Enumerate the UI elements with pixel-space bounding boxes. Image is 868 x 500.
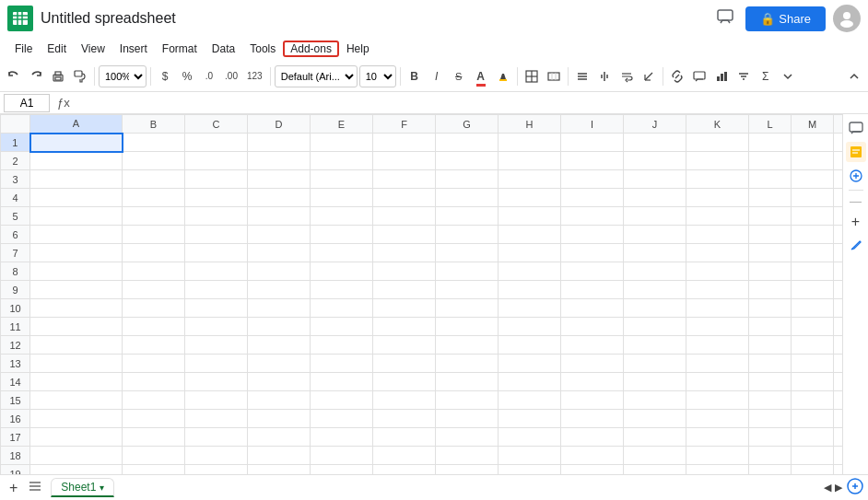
cell-M6[interactable] — [792, 226, 834, 244]
cell-D15[interactable] — [248, 391, 311, 410]
cell-D9[interactable] — [248, 281, 311, 299]
cell-C4[interactable] — [185, 189, 248, 207]
cell-G9[interactable] — [436, 281, 499, 299]
cell-L5[interactable] — [749, 207, 792, 226]
formula-input[interactable] — [77, 94, 864, 112]
cell-D13[interactable] — [248, 355, 311, 373]
cell-L1[interactable] — [749, 134, 792, 152]
cell-M2[interactable] — [792, 152, 834, 170]
col-header-K[interactable]: K — [686, 115, 749, 134]
cell-A1[interactable] — [30, 134, 123, 152]
cell-N7[interactable] — [834, 244, 843, 262]
cell-J10[interactable] — [624, 299, 686, 318]
cell-K14[interactable] — [686, 373, 749, 391]
cell-H18[interactable] — [499, 447, 561, 465]
cell-H5[interactable] — [499, 207, 561, 226]
sidebar-yellow-button[interactable] — [846, 142, 866, 162]
cell-B18[interactable] — [123, 447, 185, 465]
row-number-12[interactable]: 12 — [1, 336, 30, 355]
cell-E13[interactable] — [311, 355, 373, 373]
italic-button[interactable]: I — [427, 64, 447, 88]
col-header-J[interactable]: J — [624, 115, 686, 134]
cell-L18[interactable] — [749, 447, 792, 465]
cell-H8[interactable] — [499, 262, 561, 281]
cell-H16[interactable] — [499, 410, 561, 428]
menu-insert[interactable]: Insert — [112, 41, 155, 57]
cell-F2[interactable] — [373, 152, 436, 170]
col-header-D[interactable]: D — [248, 115, 311, 134]
cell-I18[interactable] — [561, 447, 624, 465]
cell-G11[interactable] — [436, 318, 499, 336]
cell-N6[interactable] — [834, 226, 843, 244]
cell-E2[interactable] — [311, 152, 373, 170]
cell-B13[interactable] — [123, 355, 185, 373]
cell-L7[interactable] — [749, 244, 792, 262]
row-number-7[interactable]: 7 — [1, 244, 30, 262]
cell-F19[interactable] — [373, 465, 436, 475]
cell-D14[interactable] — [248, 373, 311, 391]
cell-N10[interactable] — [834, 299, 843, 318]
row-number-15[interactable]: 15 — [1, 391, 30, 410]
cell-E18[interactable] — [311, 447, 373, 465]
col-header-H[interactable]: H — [499, 115, 561, 134]
cell-C13[interactable] — [185, 355, 248, 373]
cell-H13[interactable] — [499, 355, 561, 373]
cell-F6[interactable] — [373, 226, 436, 244]
row-number-18[interactable]: 18 — [1, 447, 30, 465]
cell-E15[interactable] — [311, 391, 373, 410]
cell-C15[interactable] — [185, 391, 248, 410]
cell-F13[interactable] — [373, 355, 436, 373]
cell-H17[interactable] — [499, 428, 561, 447]
cell-B4[interactable] — [123, 189, 185, 207]
cell-G14[interactable] — [436, 373, 499, 391]
cell-C5[interactable] — [185, 207, 248, 226]
cell-M16[interactable] — [792, 410, 834, 428]
cell-B12[interactable] — [123, 336, 185, 355]
strikethrough-button[interactable]: S — [449, 64, 469, 88]
cell-I1[interactable] — [561, 134, 624, 152]
cell-G6[interactable] — [436, 226, 499, 244]
share-button[interactable]: 🔒 Share — [745, 6, 826, 31]
cell-J2[interactable] — [624, 152, 686, 170]
menu-help[interactable]: Help — [339, 41, 377, 57]
cell-K6[interactable] — [686, 226, 749, 244]
col-header-B[interactable]: B — [123, 115, 185, 134]
cell-F12[interactable] — [373, 336, 436, 355]
decimal-increase-button[interactable]: .00 — [221, 64, 241, 88]
cell-C18[interactable] — [185, 447, 248, 465]
decimal-decrease-button[interactable]: .0 — [199, 64, 219, 88]
cell-F18[interactable] — [373, 447, 436, 465]
row-number-10[interactable]: 10 — [1, 299, 30, 318]
cell-C7[interactable] — [185, 244, 248, 262]
cell-B9[interactable] — [123, 281, 185, 299]
cell-N8[interactable] — [834, 262, 843, 281]
cell-L2[interactable] — [749, 152, 792, 170]
cell-E7[interactable] — [311, 244, 373, 262]
cell-H1[interactable] — [499, 134, 561, 152]
cell-F1[interactable] — [373, 134, 436, 152]
cell-E1[interactable] — [311, 134, 373, 152]
cell-B3[interactable] — [123, 170, 185, 189]
sheet-list-button[interactable] — [23, 479, 47, 496]
cell-F16[interactable] — [373, 410, 436, 428]
cell-G17[interactable] — [436, 428, 499, 447]
cell-I8[interactable] — [561, 262, 624, 281]
cell-M14[interactable] — [792, 373, 834, 391]
cell-E5[interactable] — [311, 207, 373, 226]
cell-K2[interactable] — [686, 152, 749, 170]
cell-K17[interactable] — [686, 428, 749, 447]
cell-N4[interactable] — [834, 189, 843, 207]
cell-N3[interactable] — [834, 170, 843, 189]
sidebar-pen-button[interactable] — [846, 236, 866, 256]
cell-B16[interactable] — [123, 410, 185, 428]
cell-N11[interactable] — [834, 318, 843, 336]
cell-D4[interactable] — [248, 189, 311, 207]
cell-M18[interactable] — [792, 447, 834, 465]
filter-button[interactable] — [733, 64, 754, 88]
cell-C1[interactable] — [185, 134, 248, 152]
cell-M19[interactable] — [792, 465, 834, 475]
cell-D12[interactable] — [248, 336, 311, 355]
cell-J12[interactable] — [624, 336, 686, 355]
cell-E14[interactable] — [311, 373, 373, 391]
cell-C17[interactable] — [185, 428, 248, 447]
